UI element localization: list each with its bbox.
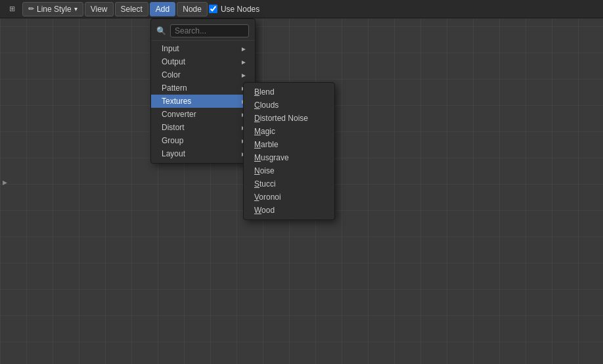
linestyle-label: Line Style	[37, 5, 72, 14]
texture-stucci[interactable]: Stucci	[244, 177, 334, 191]
view-button[interactable]: View	[85, 2, 114, 16]
linestyle-chevron: ▾	[74, 5, 78, 12]
noise-rest: oise	[260, 166, 275, 175]
linestyle-icon: ✏	[28, 5, 34, 13]
menu-item-pattern-label: Pattern	[162, 83, 187, 93]
magic-ul: M	[254, 127, 261, 136]
menu-item-textures-label: Textures	[162, 97, 191, 106]
menu-item-output[interactable]: Output ►	[151, 55, 255, 68]
linestyle-button[interactable]: ✏ Line Style ▾	[22, 2, 83, 16]
texture-marble[interactable]: Marble	[244, 138, 334, 151]
left-panel-arrow[interactable]: ▸	[0, 174, 10, 190]
wood-ul: W	[254, 206, 261, 215]
view-label: View	[91, 5, 108, 14]
dn-ul: D	[254, 114, 260, 123]
use-nodes-label: Use Nodes	[221, 5, 259, 14]
search-input[interactable]	[170, 24, 249, 37]
marble-ul: M	[254, 140, 261, 149]
magic-rest: agic	[261, 127, 275, 136]
texture-clouds[interactable]: Clouds	[244, 99, 334, 112]
select-button[interactable]: Select	[115, 2, 148, 16]
dn-rest: istorted Noise	[260, 114, 308, 123]
menu-item-group-label: Group	[162, 136, 183, 145]
blend-rest: lend	[259, 87, 275, 97]
texture-blend[interactable]: Blend	[244, 85, 334, 99]
output-arrow: ►	[240, 58, 247, 66]
color-arrow: ►	[240, 72, 247, 79]
texture-noise[interactable]: Noise	[244, 164, 334, 177]
menu-item-distort-label: Distort	[162, 123, 185, 132]
stucci-ul: S	[254, 179, 259, 189]
clouds-rest: louds	[260, 101, 279, 110]
noise-ul: N	[254, 166, 260, 175]
search-bar: 🔍	[151, 22, 255, 41]
use-nodes-checkbox[interactable]: Use Nodes	[209, 5, 259, 14]
menu-item-layout-label: Layout	[162, 149, 185, 158]
marble-rest: arble	[261, 140, 279, 149]
add-label: Add	[156, 5, 169, 14]
wood-rest: ood	[261, 206, 275, 215]
menu-item-input[interactable]: Input ►	[151, 42, 255, 55]
dropdown-container: 🔍 Input ► Output ► Color ► Pattern ► Tex…	[150, 18, 256, 164]
menu-item-pattern[interactable]: Pattern ►	[151, 81, 255, 95]
menu-item-output-label: Output	[162, 57, 185, 66]
musgrave-rest: usgrave	[261, 153, 289, 162]
texture-magic[interactable]: Magic	[244, 125, 334, 138]
voronoi-rest: oronoi	[259, 193, 280, 202]
menu-item-converter-label: Converter	[162, 110, 196, 119]
texture-voronoi[interactable]: Voronoi	[244, 191, 334, 204]
select-label: Select	[121, 5, 143, 14]
textures-submenu: Blend Clouds Distorted Noise Magic Marbl…	[243, 82, 335, 220]
menu-item-color-label: Color	[162, 70, 181, 80]
menu-item-layout[interactable]: Layout ►	[151, 147, 255, 160]
node-button[interactable]: Node	[177, 2, 208, 16]
add-menu: 🔍 Input ► Output ► Color ► Pattern ► Tex…	[150, 18, 256, 164]
texture-distorted-noise[interactable]: Distorted Noise	[244, 112, 334, 125]
menu-item-color[interactable]: Color ►	[151, 68, 255, 81]
toolbar: ⊞ ✏ Line Style ▾ View Select Add Node Us…	[0, 0, 603, 18]
stucci-rest: tucci	[259, 179, 276, 189]
node-label: Node	[183, 5, 202, 14]
musgrave-ul: M	[254, 153, 261, 162]
blend-ul: B	[254, 87, 259, 97]
menu-item-textures[interactable]: Textures ►	[151, 95, 255, 108]
menu-item-group[interactable]: Group ►	[151, 134, 255, 147]
menu-item-distort[interactable]: Distort ►	[151, 121, 255, 134]
texture-musgrave[interactable]: Musgrave	[244, 151, 334, 164]
search-icon: 🔍	[156, 26, 166, 35]
add-button[interactable]: Add	[150, 2, 175, 16]
use-nodes-input[interactable]	[209, 5, 217, 13]
clouds-ul: C	[254, 101, 260, 110]
texture-wood[interactable]: Wood	[244, 204, 334, 217]
menu-item-input-label: Input	[162, 44, 179, 53]
app-icon[interactable]: ⊞	[3, 2, 21, 16]
menu-item-converter[interactable]: Converter ►	[151, 108, 255, 121]
input-arrow: ►	[240, 45, 247, 53]
